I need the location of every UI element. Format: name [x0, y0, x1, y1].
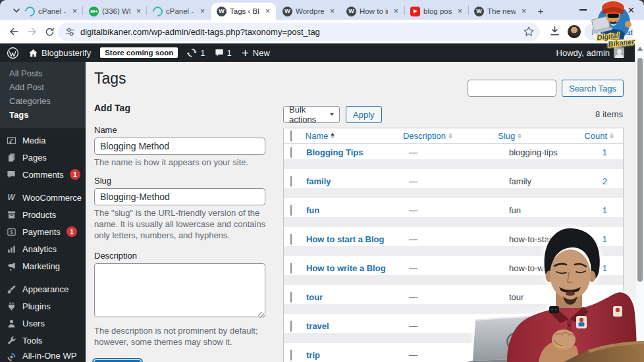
slug-field[interactable] — [94, 188, 265, 205]
description-field[interactable] — [94, 263, 265, 317]
tag-name-link[interactable]: travel — [306, 321, 329, 331]
comments-menu[interactable]: 1 — [215, 48, 232, 58]
sidebar-item-tags[interactable]: Tags — [0, 108, 86, 122]
bulk-actions-select[interactable]: Bulk actions — [283, 106, 340, 123]
wordpress-favicon — [346, 7, 356, 16]
new-content-menu[interactable]: New — [241, 48, 270, 58]
tag-count-link[interactable]: 1 — [603, 147, 607, 157]
slug-label: Slug — [94, 176, 267, 186]
back-icon — [8, 26, 20, 38]
tag-name-link[interactable]: tour — [306, 292, 323, 302]
close-icon[interactable] — [519, 7, 529, 16]
apply-button[interactable]: Apply — [346, 106, 382, 123]
sort-by-slug[interactable]: Slug — [498, 131, 522, 141]
search-tags-button[interactable]: Search Tags — [562, 80, 624, 97]
row-checkbox[interactable] — [290, 292, 292, 303]
close-icon[interactable] — [134, 7, 144, 16]
sidebar-item-pages[interactable]: Pages — [0, 149, 86, 166]
sidebar-item-users[interactable]: Users — [0, 315, 86, 332]
sidebar-item-media[interactable]: Media — [0, 132, 86, 149]
tab-divider — [146, 6, 147, 15]
sidebar-item-comments[interactable]: Comments 1 — [0, 166, 86, 183]
tag-name-link[interactable]: How to start a Blog — [306, 234, 384, 244]
tag-count-link[interactable]: 1 — [603, 234, 607, 244]
tab-cpanel-1[interactable]: cPanel - Ho — [20, 3, 83, 20]
tag-name-link[interactable]: family — [306, 176, 331, 186]
sidebar-item-label: Marketing — [22, 261, 60, 271]
select-all-checkbox[interactable] — [290, 130, 292, 142]
new-tab-button[interactable] — [535, 5, 547, 16]
row-checkbox[interactable] — [290, 205, 292, 216]
tab-wordpress[interactable]: Wordpress — [277, 3, 340, 20]
forward-button[interactable] — [25, 24, 40, 39]
sidebar-item-categories[interactable]: Categories — [0, 94, 86, 108]
sidebar-item-marketing[interactable]: Marketing — [0, 257, 86, 274]
tools-icon — [6, 335, 16, 346]
sidebar-item-payments[interactable]: $ Payments 1 — [0, 223, 86, 240]
sidebar-item-appearance[interactable]: Appearance — [0, 280, 86, 297]
comments-count-badge: 1 — [70, 169, 80, 180]
tag-count-link[interactable]: 2 — [603, 176, 607, 186]
site-settings-icon[interactable] — [65, 26, 76, 40]
sort-by-description[interactable]: Description — [403, 131, 452, 141]
tag-name-link[interactable]: fun — [306, 205, 319, 215]
tag-description: — — [409, 234, 509, 244]
sort-by-name[interactable]: Name — [306, 131, 335, 141]
reload-button[interactable] — [42, 24, 57, 39]
tag-description: — — [409, 292, 509, 302]
name-field[interactable] — [94, 138, 265, 155]
download-icon — [549, 25, 561, 38]
tab-cpanel-2[interactable]: cPanel - Ho — [148, 3, 211, 20]
sidebar-item-ai1wm[interactable]: All-in-One WP Migration — [0, 349, 86, 362]
tag-count-link[interactable]: 1 — [603, 263, 607, 273]
close-icon[interactable] — [70, 7, 80, 16]
back-button[interactable] — [7, 24, 21, 39]
updates-menu[interactable]: 1 — [187, 48, 205, 58]
sidebar-item-tools[interactable]: Tools — [0, 332, 86, 349]
sort-icon — [448, 133, 452, 140]
sidebar-item-add-post[interactable]: Add Post — [0, 80, 86, 94]
tab-whatsapp[interactable]: 99+ (336) What — [84, 3, 147, 20]
site-menu[interactable]: Blogbusterify — [28, 48, 91, 58]
sidebar-item-woocommerce[interactable]: W WooCommerce — [0, 189, 86, 206]
tab-how-to[interactable]: How to ins — [341, 3, 404, 20]
tag-count-link[interactable]: 1 — [603, 205, 607, 215]
close-icon[interactable] — [198, 7, 207, 16]
sort-by-count[interactable]: Count — [584, 131, 614, 141]
sidebar-item-plugins[interactable]: Plugins — [0, 297, 86, 315]
resize-grip-icon[interactable] — [258, 312, 264, 318]
row-checkbox[interactable] — [290, 234, 292, 245]
row-checkbox[interactable] — [290, 349, 292, 361]
close-icon[interactable] — [455, 7, 465, 16]
column-header-name: Name — [306, 131, 329, 141]
tab-youtube[interactable]: blog post — [405, 3, 468, 20]
tab-tags-active[interactable]: Tags ‹ Blog — [211, 3, 276, 20]
scrollbar-thumb[interactable] — [637, 58, 643, 282]
tag-name-link[interactable]: Blogging Tips — [306, 147, 363, 157]
row-checkbox[interactable] — [290, 176, 292, 187]
scrollbar-up-arrow-icon[interactable] — [637, 45, 643, 52]
store-coming-soon-badge[interactable]: Store coming soon — [100, 47, 178, 58]
browser-scrollbar[interactable] — [635, 43, 644, 362]
sidebar-item-products[interactable]: Products — [0, 206, 86, 223]
row-checkbox[interactable] — [290, 263, 292, 274]
tag-slug: blogging-tips — [509, 147, 600, 157]
tab-the-new[interactable]: The new G — [469, 3, 532, 20]
row-checkbox[interactable] — [290, 321, 292, 332]
tag-name-link[interactable]: trip — [306, 350, 320, 360]
browser-profile-avatar[interactable] — [568, 25, 581, 38]
bookmark-star-icon[interactable] — [523, 26, 535, 40]
wp-logo-menu[interactable] — [7, 47, 19, 59]
address-bar[interactable]: digitalbikaner.com/wp-admin/edit-tags.ph… — [58, 23, 540, 41]
row-checkbox[interactable] — [290, 147, 292, 158]
search-tags-input[interactable] — [468, 80, 556, 97]
close-icon[interactable] — [263, 7, 273, 16]
close-icon[interactable] — [391, 7, 401, 16]
sidebar-item-analytics[interactable]: Analytics — [0, 240, 86, 257]
close-icon[interactable] — [327, 7, 337, 16]
tag-name-link[interactable]: How to write a Blog — [306, 263, 386, 273]
sidebar-item-all-posts[interactable]: All Posts — [0, 66, 86, 80]
tab-strip: cPanel - Ho 99+ (336) What cPanel - Ho T… — [0, 0, 644, 20]
media-icon — [6, 135, 16, 145]
downloads-button[interactable] — [549, 25, 561, 40]
